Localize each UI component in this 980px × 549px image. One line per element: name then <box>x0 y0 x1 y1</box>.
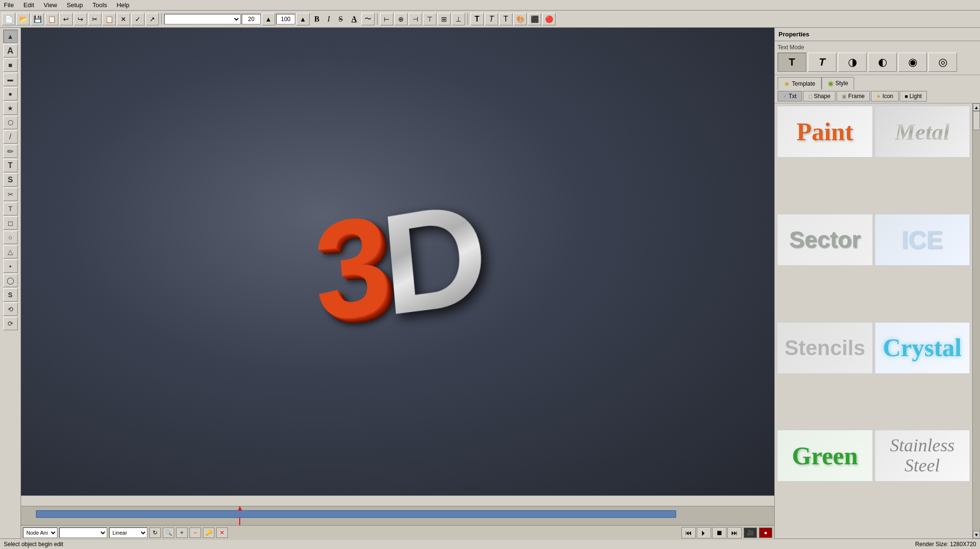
text-box-tool[interactable]: T <box>3 159 18 172</box>
shape-tool[interactable]: ◻ <box>3 216 18 230</box>
underline-button[interactable]: A <box>348 13 360 25</box>
text-tool-2[interactable]: T <box>485 13 498 25</box>
menu-help[interactable]: Help <box>115 1 132 9</box>
rect-tool[interactable]: ■ <box>3 58 18 72</box>
font-family-dropdown[interactable] <box>164 14 241 24</box>
align-center-v[interactable]: ⊞ <box>437 13 451 25</box>
to-end-button[interactable]: ⏭ <box>727 527 742 538</box>
line-tool[interactable]: / <box>3 130 18 144</box>
style-cell-stencil[interactable]: Stencils <box>777 322 873 374</box>
quality-input[interactable] <box>276 14 295 24</box>
scroll-thumb[interactable] <box>973 111 980 130</box>
text-tool-3[interactable]: T <box>499 13 512 25</box>
redo-button[interactable]: ↪ <box>74 13 87 25</box>
export-button[interactable]: 📋 <box>45 13 58 25</box>
channel-dropdown[interactable] <box>59 527 107 538</box>
close-button[interactable]: ✕ <box>117 13 130 25</box>
save-button[interactable]: 💾 <box>31 13 44 25</box>
sub-tab-frame[interactable]: ▣ Frame <box>836 91 870 101</box>
box-3d-tool[interactable]: ▪ <box>3 259 18 273</box>
style-cell-paint[interactable]: Paint <box>777 105 873 158</box>
scroll-down-btn[interactable]: ▼ <box>973 531 980 538</box>
style-cell-stainless[interactable]: StainlessSteel <box>874 429 971 482</box>
sub-tab-txt[interactable]: ✓ Txt <box>778 91 802 101</box>
style-cell-crystal[interactable]: Crystal <box>874 322 971 374</box>
anim-close[interactable]: ✕ <box>216 527 228 538</box>
menu-edit[interactable]: Edit <box>22 1 36 9</box>
text-mode-btn-1[interactable]: T <box>808 53 836 72</box>
style-cell-ice[interactable]: ICE <box>874 213 971 266</box>
style-cell-sector[interactable]: Sector <box>777 213 873 266</box>
select-tool[interactable]: ▲ <box>3 30 18 43</box>
tab-style[interactable]: ◉ Style <box>822 77 855 90</box>
cut-button[interactable]: ✂ <box>88 13 101 25</box>
align-center-h[interactable]: ⊕ <box>394 13 408 25</box>
italic-button[interactable]: I <box>324 13 334 25</box>
round-rect-tool[interactable]: ▬ <box>3 73 18 86</box>
record-thumb[interactable]: 🎥 <box>744 527 757 538</box>
pen-tool[interactable]: ✏ <box>3 145 18 158</box>
align-top[interactable]: ⊤ <box>423 13 436 25</box>
copy-button[interactable]: 📋 <box>102 13 116 25</box>
polygon-tool[interactable]: ⬡ <box>3 116 18 129</box>
align-right[interactable]: ⊣ <box>409 13 422 25</box>
tab-template[interactable]: ★ Template <box>778 77 822 90</box>
rotate-cw[interactable]: ⟳ <box>3 317 18 330</box>
color-btn-2[interactable]: ⬛ <box>528 13 541 25</box>
rotate-ccw[interactable]: ⟲ <box>3 303 18 316</box>
strikethrough-button[interactable]: S <box>334 13 347 25</box>
menu-file[interactable]: File <box>2 1 16 9</box>
ring-tool[interactable]: ◯ <box>3 274 18 287</box>
color-btn-3[interactable]: 🔴 <box>542 13 556 25</box>
scroll-up-btn[interactable]: ▲ <box>973 103 980 111</box>
anim-refresh[interactable]: ↻ <box>149 527 161 538</box>
text-mode-btn-0[interactable]: T <box>778 53 806 72</box>
star-tool[interactable]: ★ <box>3 101 18 115</box>
to-start-button[interactable]: ⏮ <box>681 527 696 538</box>
timeline-bar-1[interactable] <box>36 510 676 518</box>
s-tool[interactable]: S <box>3 288 18 302</box>
text-style-tool[interactable]: S <box>3 173 18 187</box>
anim-minus[interactable]: − <box>189 527 201 538</box>
scroll-track[interactable] <box>973 111 980 531</box>
open-button[interactable]: 📂 <box>16 13 30 25</box>
style-cell-metal[interactable]: Metal <box>874 105 971 158</box>
anim-search[interactable]: 🔍 <box>163 527 174 538</box>
text-tool[interactable]: A <box>3 44 18 57</box>
check-button[interactable]: ✓ <box>131 13 145 25</box>
sub-tab-icon[interactable]: ★ Icon <box>871 91 899 101</box>
anim-key[interactable]: 🔑 <box>203 527 214 538</box>
bold-button[interactable]: B <box>311 13 323 25</box>
canvas-container[interactable]: 3 D <box>21 28 774 495</box>
play-button[interactable]: ⏵ <box>697 527 711 538</box>
timeline-track[interactable] <box>21 506 774 526</box>
align-bottom[interactable]: ⊥ <box>452 13 465 25</box>
new-button[interactable]: 📄 <box>2 13 15 25</box>
style-cell-green[interactable]: Green <box>777 429 873 482</box>
sub-tab-light[interactable]: ■ Light <box>900 91 927 101</box>
text-mode-btn-4[interactable]: ◉ <box>898 53 927 72</box>
align-left[interactable]: ⊢ <box>380 13 393 25</box>
menu-view[interactable]: View <box>42 1 59 9</box>
quality-up[interactable]: ▲ <box>296 13 310 25</box>
text-mode-btn-5[interactable]: ◎ <box>928 53 957 72</box>
text-tool-1[interactable]: T <box>470 13 484 25</box>
node-tool[interactable]: ✂ <box>3 188 18 201</box>
menu-setup[interactable]: Setup <box>65 1 85 9</box>
text-mode-btn-3[interactable]: ◐ <box>868 53 897 72</box>
font-size-input[interactable] <box>242 14 261 24</box>
text-mode-btn-2[interactable]: ◑ <box>838 53 867 72</box>
circle-tool[interactable]: ○ <box>3 231 18 244</box>
crop-tool[interactable]: T <box>3 202 18 215</box>
anim-add[interactable]: + <box>176 527 188 538</box>
color-btn-1[interactable]: 🎨 <box>513 13 527 25</box>
interpolation-dropdown[interactable]: Linear <box>109 527 147 538</box>
undo-button[interactable]: ↩ <box>59 13 73 25</box>
font-size-up[interactable]: ▲ <box>262 13 275 25</box>
record-btn[interactable]: ● <box>759 527 772 538</box>
ellipse-tool[interactable]: ● <box>3 87 18 101</box>
arrow-button[interactable]: ↗ <box>145 13 159 25</box>
stop-button[interactable]: ⏹ <box>712 527 726 538</box>
menu-tools[interactable]: Tools <box>90 1 109 9</box>
node-anim-dropdown[interactable]: Node Ani <box>23 527 57 538</box>
